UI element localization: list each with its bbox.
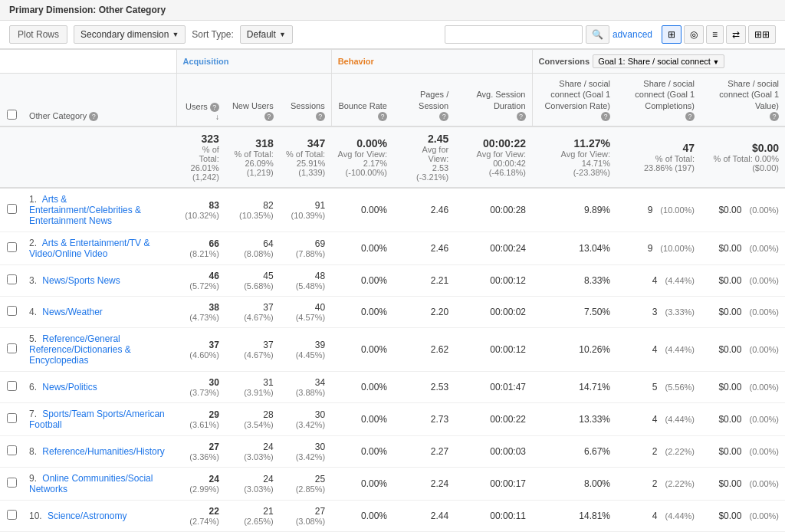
- value-header: Share / social connect (Goal 1 Value) ?: [701, 74, 785, 126]
- category-link[interactable]: Arts & Entertainment/Celebrities & Enter…: [29, 194, 141, 226]
- table-row: 10. Science/Astronomy 22 (2.74%) 21 (2.6…: [0, 500, 785, 531]
- row-category: 8. Reference/Humanities/History: [23, 435, 176, 467]
- avg-session-label: Avg. Session Duration: [461, 89, 525, 111]
- category-link[interactable]: News/Politics: [42, 382, 97, 392]
- table-row: 8. Reference/Humanities/History 27 (3.36…: [0, 435, 785, 467]
- search-box: 🔍 advanced ⊞ ◎ ≡ ⇄ ⊞⊞: [445, 25, 776, 44]
- row-sessions: 40 (4.57%): [280, 296, 331, 327]
- search-input[interactable]: [445, 25, 583, 44]
- row-completions: 5 (5.56%): [616, 371, 701, 402]
- row-users: 38 (4.73%): [176, 296, 225, 327]
- conv-rate-header: Share / social connect (Goal 1 Conversio…: [532, 74, 616, 126]
- row-avg-duration: 00:00:17: [455, 467, 532, 500]
- row-value: $0.00 (0.00%): [701, 327, 785, 371]
- category-link[interactable]: Sports/Team Sports/American Football: [29, 409, 165, 430]
- behavior-group-header: Behavior: [331, 50, 532, 74]
- table-body: 323 % of Total: 26.01% (1,242) 318 % of …: [0, 126, 785, 532]
- row-conv-rate: 13.33%: [532, 402, 616, 435]
- row-users: 27 (3.36%): [176, 435, 225, 467]
- category-link[interactable]: News/Sports News: [42, 275, 120, 286]
- view-icons: ⊞ ◎ ≡ ⇄ ⊞⊞: [662, 25, 776, 44]
- plot-rows-button[interactable]: Plot Rows: [9, 25, 67, 44]
- row-bounce-rate: 0.00%: [331, 371, 393, 402]
- row-avg-duration: 00:00:22: [455, 402, 532, 435]
- advanced-link[interactable]: advanced: [613, 29, 652, 40]
- row-checkbox-cell: [0, 500, 23, 531]
- table-row: 5. Reference/General Reference/Dictionar…: [0, 327, 785, 371]
- conversions-label: Conversions: [539, 57, 590, 66]
- sort-type-label: Sort Type:: [192, 29, 233, 40]
- row-checkbox[interactable]: [7, 204, 17, 214]
- row-new-users: 31 (3.91%): [225, 371, 280, 402]
- completions-help-icon[interactable]: ?: [685, 112, 695, 121]
- value-help-icon[interactable]: ?: [770, 112, 779, 121]
- completions-label: Share / social connect (Goal 1 Completio…: [622, 78, 695, 111]
- table-row: 4. News/Weather 38 (4.73%) 37 (4.67%) 40…: [0, 296, 785, 327]
- compare-view-button[interactable]: ⇄: [726, 25, 746, 44]
- other-category-help-icon[interactable]: ?: [89, 112, 98, 121]
- table-row: 7. Sports/Team Sports/American Football …: [0, 402, 785, 435]
- row-avg-duration: 00:00:28: [455, 188, 532, 232]
- row-checkbox[interactable]: [7, 445, 17, 455]
- row-new-users: 37 (4.67%): [225, 327, 280, 371]
- goal-dropdown[interactable]: Goal 1: Share / social connect: [593, 54, 724, 68]
- other-category-label: Other Category: [29, 110, 87, 121]
- category-link[interactable]: Reference/Humanities/History: [42, 446, 164, 457]
- avg-session-header: Avg. Session Duration ?: [455, 74, 532, 126]
- users-help-icon[interactable]: ?: [210, 103, 219, 112]
- row-number: 5.: [29, 333, 37, 344]
- row-sessions: 48 (5.48%): [280, 264, 331, 296]
- row-checkbox-cell: [0, 402, 23, 435]
- table-row: 9. Online Communities/Social Networks 24…: [0, 467, 785, 500]
- row-checkbox[interactable]: [7, 381, 17, 391]
- new-users-help-icon[interactable]: ?: [264, 112, 274, 121]
- row-checkbox-cell: [0, 296, 23, 327]
- row-pages-session: 2.44: [393, 500, 455, 531]
- search-button[interactable]: 🔍: [586, 25, 609, 44]
- totals-completions: 47 % of Total: 23.86% (197): [616, 126, 701, 188]
- row-checkbox[interactable]: [7, 306, 17, 316]
- pages-session-help-icon[interactable]: ?: [439, 112, 448, 121]
- users-sort-arrow[interactable]: ↓: [215, 113, 219, 121]
- row-checkbox[interactable]: [7, 274, 17, 284]
- row-bounce-rate: 0.00%: [331, 327, 393, 371]
- col-header-row: Other Category ? Users ? ↓ New Users ? S…: [0, 74, 785, 126]
- conv-rate-help-icon[interactable]: ?: [601, 112, 610, 121]
- sort-default-dropdown[interactable]: Default: [240, 25, 293, 44]
- sessions-help-icon[interactable]: ?: [316, 112, 325, 121]
- bounce-rate-help-icon[interactable]: ?: [378, 112, 387, 121]
- category-link[interactable]: Arts & Entertainment/TV & Video/Online V…: [29, 238, 149, 259]
- circle-view-button[interactable]: ◎: [684, 25, 704, 44]
- grid-view-button[interactable]: ⊞: [662, 25, 682, 44]
- category-link[interactable]: News/Weather: [42, 307, 102, 317]
- pivot-view-button[interactable]: ⊞⊞: [748, 25, 776, 44]
- row-users: 24 (2.99%): [176, 467, 225, 500]
- row-checkbox[interactable]: [7, 343, 17, 353]
- users-header: Users ? ↓: [176, 74, 225, 126]
- row-users: 46 (5.72%): [176, 264, 225, 296]
- row-checkbox-cell: [0, 467, 23, 500]
- row-checkbox[interactable]: [7, 478, 17, 488]
- row-completions: 4 (4.44%): [616, 500, 701, 531]
- secondary-dimension-dropdown[interactable]: Secondary dimension: [74, 25, 186, 44]
- select-all-checkbox[interactable]: [7, 110, 17, 120]
- row-avg-duration: 00:00:02: [455, 296, 532, 327]
- row-new-users: 24 (3.03%): [225, 435, 280, 467]
- row-conv-rate: 8.33%: [532, 264, 616, 296]
- row-conv-rate: 9.89%: [532, 188, 616, 232]
- row-checkbox-cell: [0, 264, 23, 296]
- avg-session-help-icon[interactable]: ?: [517, 112, 526, 121]
- row-avg-duration: 00:00:11: [455, 500, 532, 531]
- completions-header: Share / social connect (Goal 1 Completio…: [616, 74, 701, 126]
- category-link[interactable]: Online Communities/Social Networks: [29, 473, 153, 494]
- row-checkbox[interactable]: [7, 242, 17, 252]
- category-link[interactable]: Reference/General Reference/Dictionaries…: [29, 333, 131, 366]
- group-header-row: Acquisition Behavior Conversions Goal 1:…: [0, 50, 785, 74]
- row-conv-rate: 7.50%: [532, 296, 616, 327]
- row-completions: 3 (3.33%): [616, 296, 701, 327]
- category-link[interactable]: Science/Astronomy: [48, 511, 126, 521]
- row-checkbox[interactable]: [7, 510, 17, 520]
- row-checkbox[interactable]: [7, 413, 17, 423]
- list-view-button[interactable]: ≡: [706, 25, 724, 44]
- row-completions: 9 (10.00%): [616, 232, 701, 264]
